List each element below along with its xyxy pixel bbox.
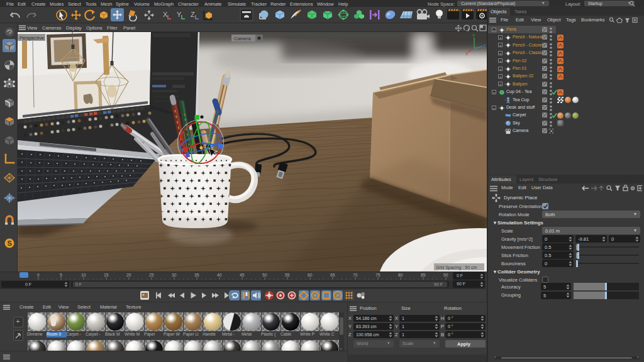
svg-text:Grid Spacing : 50 cm: Grid Spacing : 50 cm	[436, 265, 477, 270]
svg-text:Z: Z	[191, 11, 195, 18]
svg-text:X: X	[465, 52, 469, 56]
svg-text:P: P	[336, 293, 340, 299]
svg-text:S: S	[7, 239, 11, 247]
svg-text:Z: Z	[483, 44, 486, 48]
svg-text:Perspective: Perspective	[19, 35, 44, 41]
svg-text:X: X	[163, 11, 168, 18]
svg-text:Y: Y	[177, 11, 182, 18]
svg-text:Y: Y	[472, 33, 475, 38]
svg-text:Camera: Camera	[234, 36, 252, 41]
